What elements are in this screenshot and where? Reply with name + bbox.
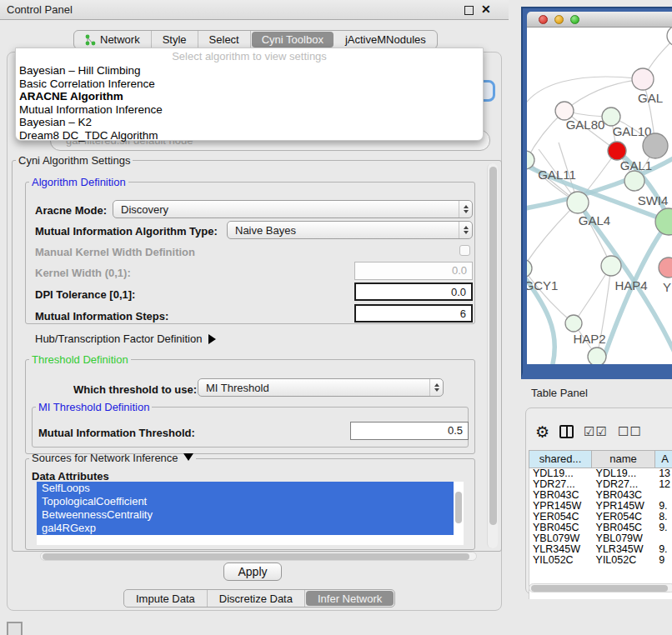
mi-steps-label: Mutual Information Steps:	[35, 310, 168, 322]
select-all-checkboxes-icon[interactable]: ☑☑	[584, 424, 608, 439]
deselect-all-checkboxes-icon[interactable]: ☐☐	[618, 424, 642, 439]
attribute-item[interactable]: BetweennessCentrality	[37, 508, 454, 522]
network-node-hap4[interactable]	[601, 256, 621, 276]
network-node[interactable]	[667, 28, 672, 46]
which-threshold-combobox[interactable]: MI Threshold	[198, 378, 444, 397]
mi-threshold-field[interactable]: 0.5	[350, 422, 469, 440]
sources-title[interactable]: Sources for Network Inference	[29, 452, 196, 466]
algorithm-dropdown-popup: Select algorithm to view settings Bayesi…	[15, 48, 484, 141]
network-node-gal4[interactable]	[567, 192, 589, 213]
data-attributes-label: Data Attributes	[32, 470, 109, 482]
algorithm-option[interactable]: ARACNE Algorithm	[16, 90, 483, 103]
tab-infer-network[interactable]: Infer Network	[306, 591, 394, 606]
attribute-list-scrollbar[interactable]	[455, 492, 462, 523]
column-header-A[interactable]: A	[655, 450, 672, 468]
network-node-swi4[interactable]	[624, 171, 644, 191]
table-header-row: shared...nameA	[529, 450, 672, 468]
hub-definition-expander[interactable]: Hub/Transcription Factor Definition	[35, 332, 221, 345]
manual-kernel-checkbox[interactable]	[459, 245, 470, 256]
table-cell: YBR043C	[529, 490, 593, 501]
table-row[interactable]: YBR043CYBR043C	[529, 490, 672, 501]
attribute-item[interactable]: gal4RGexp	[37, 522, 454, 535]
apply-button[interactable]: Apply	[223, 562, 282, 581]
algorithm-option[interactable]: Dream8 DC_TDC Algorithm	[16, 129, 483, 142]
table-toolbar: ⚙ ☑☑ ☐☐	[535, 421, 672, 442]
table-row[interactable]: YBR045CYBR045C9.	[529, 522, 672, 533]
tab-jactivemnodules[interactable]: jActiveMNodules	[334, 31, 437, 48]
table-cell	[655, 490, 672, 501]
table-cell: YLR345W	[593, 544, 656, 555]
tab-network[interactable]: Network	[74, 31, 152, 48]
network-graph: GALGAL80GAL10GAL1GAL11SWI4GAL4GCY1HAP4YH…	[527, 28, 672, 364]
algorithm-option[interactable]: Bayesian – K2	[16, 116, 483, 129]
table-row[interactable]: YBL079WYBL079W	[529, 533, 672, 544]
table-row[interactable]: YPR145WYPR145W9.	[529, 501, 672, 512]
node-label: SWI4	[638, 193, 669, 208]
attribute-item[interactable]: SelfLoops	[37, 482, 454, 495]
network-node[interactable]	[643, 133, 668, 158]
tab-label: Network	[100, 33, 140, 46]
table-cell: 9.	[655, 501, 672, 512]
node-attribute-table: shared...nameA YDL19...YDL19...13YDR27..…	[529, 450, 672, 599]
tab-style[interactable]: Style	[152, 31, 198, 48]
network-node-gal[interactable]	[632, 68, 654, 90]
table-horizontal-scrollbar[interactable]	[529, 583, 672, 592]
table-cell: YLR345W	[529, 544, 593, 555]
kernel-width-field[interactable]: 0.0	[354, 262, 473, 280]
minimize-traffic-light-icon[interactable]	[554, 15, 564, 24]
mi-steps-field[interactable]: 6	[354, 304, 473, 322]
aracne-mode-combobox[interactable]: Discovery	[113, 200, 473, 218]
sources-horizontal-scrollbar[interactable]	[40, 552, 477, 561]
network-node-hap2[interactable]	[565, 315, 582, 332]
network-canvas[interactable]: GALGAL80GAL10GAL1GAL11SWI4GAL4GCY1HAP4YH…	[527, 28, 672, 364]
settings-gear-icon[interactable]: ⚙	[535, 422, 549, 442]
stepper-arrows-icon	[459, 222, 472, 238]
mi-threshold-title: MI Threshold Definition	[36, 401, 152, 413]
table-cell: YBR045C	[593, 522, 656, 533]
node-label: GAL11	[538, 168, 576, 182]
algorithm-option[interactable]: Mutual Information Inference	[16, 103, 483, 117]
table-row[interactable]: YER054CYER054C8.	[529, 512, 672, 522]
tab-impute-data[interactable]: Impute Data	[124, 590, 208, 607]
network-node-gal10[interactable]	[602, 108, 620, 126]
table-row[interactable]: YDL19...YDL19...13	[529, 468, 672, 479]
network-node[interactable]	[588, 348, 606, 364]
table-cell: YBR043C	[593, 490, 656, 501]
network-node[interactable]	[655, 208, 672, 235]
column-header-name[interactable]: name	[592, 450, 655, 468]
node-label: GAL80	[566, 118, 605, 132]
algorithm-option[interactable]: Bayesian – Hill Climbing	[16, 64, 483, 78]
network-window-titlebar[interactable]	[527, 12, 672, 28]
network-node-gal1[interactable]	[608, 142, 626, 160]
network-edge	[527, 268, 574, 323]
network-node-gcy1[interactable]	[527, 259, 532, 278]
kernel-width-label: Kernel Width (0,1):	[35, 267, 131, 279]
node-label: GAL4	[579, 213, 610, 228]
algorithm-option[interactable]: Basic Correlation Inference	[16, 78, 483, 91]
stepper-arrows-icon	[429, 379, 443, 396]
tab-select[interactable]: Select	[198, 31, 251, 48]
column-header-shared...[interactable]: shared...	[529, 450, 592, 468]
network-edge-thick	[600, 222, 669, 364]
table-cell: YBL079W	[593, 533, 656, 544]
dpi-tolerance-field[interactable]: 0.0	[354, 282, 473, 301]
settings-vertical-scrollbar[interactable]	[487, 163, 498, 548]
tab-discretize-data[interactable]: Discretize Data	[208, 590, 305, 607]
zoom-traffic-light-icon[interactable]	[570, 15, 579, 24]
attribute-item[interactable]: TopologicalCoefficient	[37, 495, 454, 508]
tab-cyni-toolbox[interactable]: Cyni Toolbox	[252, 32, 333, 48]
tab-label: Cyni Toolbox	[262, 33, 323, 46]
close-traffic-light-icon[interactable]	[539, 15, 548, 24]
network-node-y[interactable]	[659, 258, 672, 278]
panel-corner-icon[interactable]	[7, 622, 23, 635]
table-cell: YER054C	[529, 512, 593, 522]
close-icon[interactable]: ✕	[481, 2, 491, 16]
table-row[interactable]: YIL052CYIL052C9	[529, 555, 672, 566]
float-window-icon[interactable]	[464, 6, 474, 15]
cyni-settings-title: Cyni Algorithm Settings	[16, 154, 133, 167]
mi-type-combobox[interactable]: Naive Bayes	[227, 221, 473, 239]
split-pane-icon[interactable]	[559, 425, 574, 438]
table-row[interactable]: YDR27...YDR27...12	[529, 479, 672, 490]
node-label: HAP2	[573, 332, 605, 346]
table-row[interactable]: YLR345WYLR345W9.	[529, 544, 672, 555]
